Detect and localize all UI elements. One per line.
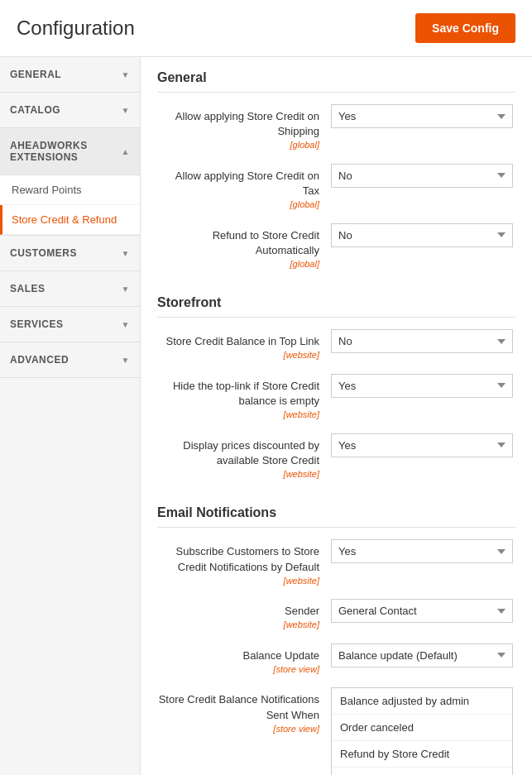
storefront-section-header: Storefront [157, 295, 515, 318]
balance-update-label: Balance Update [store view] [157, 643, 331, 677]
storefront-section: Storefront Store Credit Balance in Top L… [141, 282, 532, 481]
refund-auto-label: Refund to Store Credit Automatically [gl… [157, 223, 331, 271]
page-title: Configuration [17, 17, 135, 40]
hide-top-link-control: Yes No [331, 374, 515, 398]
sender-control: General Contact Sales Representative Cus… [331, 599, 515, 623]
hide-top-link-select[interactable]: Yes No [331, 374, 513, 398]
sidebar: GENERAL CATALOG AHEADWORKS EXTENSIONS Re… [0, 57, 141, 775]
field-allow-tax: Allow applying Store Credit on Tax [glob… [157, 164, 515, 212]
sidebar-item-catalog[interactable]: CATALOG [0, 93, 140, 128]
display-prices-control: Yes No [331, 433, 515, 457]
field-notifications-sent-when: Store Credit Balance Notifications Sent … [157, 687, 515, 775]
allow-tax-scope: [global] [157, 199, 319, 211]
main-layout: GENERAL CATALOG AHEADWORKS EXTENSIONS Re… [0, 57, 532, 775]
sidebar-item-services[interactable]: SERVICES [0, 307, 140, 342]
display-prices-label: Display prices discounted by available S… [157, 433, 331, 481]
field-refund-auto: Refund to Store Credit Automatically [gl… [157, 223, 515, 271]
allow-shipping-label: Allow applying Store Credit on Shipping … [157, 104, 331, 152]
dropdown-item-label: Order canceled [340, 721, 414, 734]
field-hide-top-link: Hide the top-link if Store Credit balanc… [157, 374, 515, 422]
allow-tax-control: Yes No [331, 164, 515, 188]
sidebar-item-customers[interactable]: CUSTOMERS [0, 236, 140, 271]
refund-auto-scope: [global] [157, 258, 319, 270]
dropdown-item-label: Balance adjusted by admin [340, 695, 469, 707]
content-area: General Allow applying Store Credit on S… [141, 57, 532, 775]
field-allow-shipping: Allow applying Store Credit on Shipping … [157, 104, 515, 152]
refund-auto-control: Yes No [331, 223, 515, 247]
sidebar-sub-menu: Reward Points Store Credit & Refund [0, 175, 140, 236]
balance-top-link-scope: [website] [157, 349, 319, 361]
page-header: Configuration Save Config [0, 0, 532, 57]
chevron-down-icon [122, 356, 130, 365]
sidebar-item-general[interactable]: GENERAL [0, 57, 140, 93]
chevron-down-icon [122, 106, 130, 115]
allow-shipping-scope: [global] [157, 139, 319, 151]
sender-label: Sender [website] [157, 599, 331, 632]
refund-auto-select[interactable]: Yes No [331, 223, 513, 247]
general-section-header: General [157, 70, 515, 93]
hide-top-link-scope: [website] [157, 409, 319, 421]
list-item[interactable]: Reimburse of spent Store Credit [332, 768, 512, 775]
sidebar-item-aheadworks[interactable]: AHEADWORKS EXTENSIONS [0, 128, 140, 175]
reward-points-label: Reward Points [12, 184, 82, 196]
field-balance-update: Balance Update [store view] Balance upda… [157, 643, 515, 677]
store-credit-label: Store Credit & Refund [12, 213, 117, 226]
sidebar-services-label: SERVICES [10, 318, 63, 330]
balance-update-select[interactable]: Balance update (Default) [331, 643, 513, 667]
sidebar-aheadworks-label: AHEADWORKS EXTENSIONS [10, 140, 122, 163]
email-notifications-section: Email Notifications Subscribe Customers … [141, 492, 532, 775]
list-item[interactable]: Refund by Store Credit [332, 741, 512, 768]
sidebar-item-sales[interactable]: SALES [0, 271, 140, 307]
chevron-down-icon [122, 285, 130, 294]
save-config-button[interactable]: Save Config [415, 13, 515, 43]
hide-top-link-label: Hide the top-link if Store Credit balanc… [157, 374, 331, 422]
notifications-sent-when-control: Balance adjusted by admin Order canceled… [331, 687, 515, 775]
field-subscribe-default: Subscribe Customers to Store Credit Noti… [157, 539, 515, 587]
notifications-sent-when-label: Store Credit Balance Notifications Sent … [157, 687, 331, 735]
balance-top-link-select[interactable]: Yes No [331, 329, 513, 353]
subscribe-default-control: Yes No [331, 539, 515, 563]
email-notifications-header: Email Notifications [157, 505, 515, 528]
sender-select[interactable]: General Contact Sales Representative Cus… [331, 599, 513, 623]
chevron-down-icon [122, 320, 130, 329]
sidebar-customers-label: CUSTOMERS [10, 247, 77, 259]
chevron-up-icon [122, 147, 130, 156]
dropdown-item-label: Refund by Store Credit [340, 748, 449, 760]
subscribe-default-scope: [website] [157, 575, 319, 587]
allow-shipping-select[interactable]: Yes No [331, 104, 513, 128]
list-item[interactable]: Balance adjusted by admin [332, 688, 512, 715]
balance-update-scope: [store view] [157, 663, 319, 676]
field-balance-top-link: Store Credit Balance in Top Link [websit… [157, 329, 515, 362]
balance-top-link-label: Store Credit Balance in Top Link [websit… [157, 329, 331, 362]
field-sender: Sender [website] General Contact Sales R… [157, 599, 515, 632]
display-prices-select[interactable]: Yes No [331, 433, 513, 457]
sidebar-item-store-credit[interactable]: Store Credit & Refund [0, 205, 140, 235]
chevron-down-icon [122, 249, 130, 258]
list-item[interactable]: Order canceled [332, 715, 512, 741]
sidebar-item-reward-points[interactable]: Reward Points [0, 175, 140, 205]
chevron-down-icon [122, 70, 130, 79]
general-section: General Allow applying Store Credit on S… [141, 57, 532, 270]
allow-tax-select[interactable]: Yes No [331, 164, 513, 188]
sidebar-item-advanced[interactable]: ADVANCED [0, 342, 140, 378]
sidebar-sales-label: SALES [10, 283, 46, 294]
sidebar-advanced-label: ADVANCED [10, 354, 69, 366]
sidebar-catalog-label: CATALOG [10, 104, 60, 116]
subscribe-default-label: Subscribe Customers to Store Credit Noti… [157, 539, 331, 587]
balance-update-control: Balance update (Default) [331, 643, 515, 667]
sidebar-general-label: GENERAL [10, 69, 61, 80]
notifications-dropdown-list: Balance adjusted by admin Order canceled… [331, 687, 513, 775]
allow-shipping-control: Yes No [331, 104, 515, 128]
balance-top-link-control: Yes No [331, 329, 515, 353]
display-prices-scope: [website] [157, 468, 319, 481]
allow-tax-label: Allow applying Store Credit on Tax [glob… [157, 164, 331, 212]
notifications-sent-when-scope: [store view] [157, 723, 319, 735]
field-display-prices: Display prices discounted by available S… [157, 433, 515, 481]
sender-scope: [website] [157, 619, 319, 631]
subscribe-default-select[interactable]: Yes No [331, 539, 513, 563]
